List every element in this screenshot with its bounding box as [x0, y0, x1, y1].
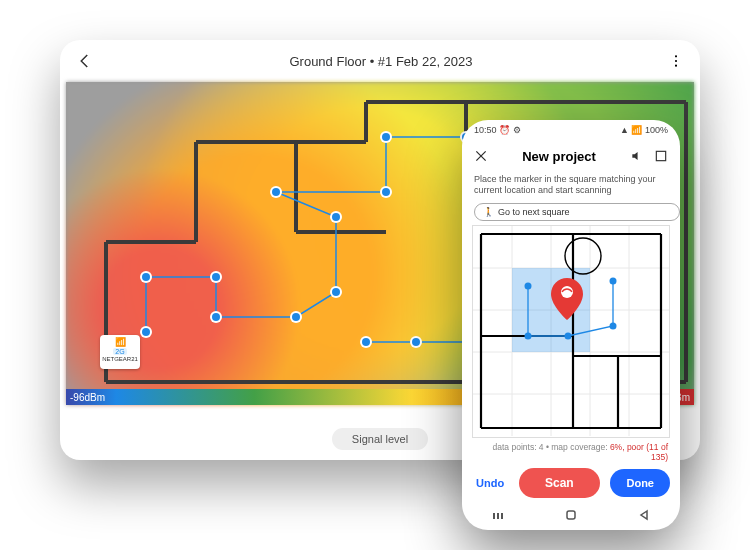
svg-rect-80 — [497, 513, 499, 519]
router-label: NETGEAR21 — [100, 356, 140, 362]
svg-point-0 — [675, 55, 677, 57]
phone-map[interactable] — [472, 225, 670, 439]
svg-point-76 — [610, 322, 617, 329]
phone-title: New project — [522, 149, 596, 164]
svg-point-78 — [561, 286, 573, 298]
nav-recent-icon[interactable] — [491, 508, 505, 522]
svg-rect-82 — [567, 511, 575, 519]
scale-min: -96dBm — [70, 392, 105, 403]
sound-icon[interactable] — [630, 149, 644, 163]
status-time: 10:50 ⏰ ⚙ — [474, 125, 521, 135]
page-title: Ground Floor • #1 Feb 22, 2023 — [289, 54, 472, 69]
tablet-header: Ground Floor • #1 Feb 22, 2023 — [60, 40, 700, 82]
phone-header: New project — [462, 140, 680, 172]
done-button[interactable]: Done — [610, 469, 670, 497]
instruction-text: Place the marker in the square matching … — [462, 172, 680, 203]
selected-cells — [512, 268, 590, 352]
close-icon[interactable] — [474, 149, 488, 163]
phone-window: 10:50 ⏰ ⚙ ▲ 📶 100% New project Place the… — [462, 120, 680, 530]
svg-rect-81 — [501, 513, 503, 519]
svg-point-75 — [565, 332, 572, 339]
svg-point-2 — [675, 65, 677, 67]
nav-home-icon[interactable] — [564, 508, 578, 522]
status-right: ▲ 📶 100% — [620, 125, 668, 135]
undo-button[interactable]: Undo — [472, 471, 508, 495]
scan-button[interactable]: Scan — [519, 468, 600, 498]
svg-point-74 — [525, 332, 532, 339]
svg-point-77 — [610, 277, 617, 284]
svg-rect-79 — [493, 513, 495, 519]
android-navbar — [462, 504, 680, 530]
nav-back-icon[interactable] — [637, 508, 651, 522]
more-icon[interactable] — [668, 53, 684, 69]
router-band: 2G — [113, 348, 126, 355]
back-icon[interactable] — [76, 52, 94, 70]
svg-point-73 — [525, 282, 532, 289]
expand-icon[interactable] — [654, 149, 668, 163]
router-badge[interactable]: 📶 2G NETGEAR21 — [100, 335, 140, 369]
phone-coverage-stats: data points: 4 • map coverage: 6%, poor … — [462, 438, 680, 464]
phone-statusbar: 10:50 ⏰ ⚙ ▲ 📶 100% — [462, 120, 680, 140]
signal-level-pill[interactable]: Signal level — [332, 428, 428, 450]
svg-rect-55 — [656, 151, 665, 160]
next-square-chip[interactable]: 🚶 Go to next square — [474, 203, 680, 221]
svg-point-1 — [675, 60, 677, 62]
walk-icon: 🚶 — [483, 207, 494, 217]
phone-actions: Undo Scan Done — [462, 464, 680, 504]
